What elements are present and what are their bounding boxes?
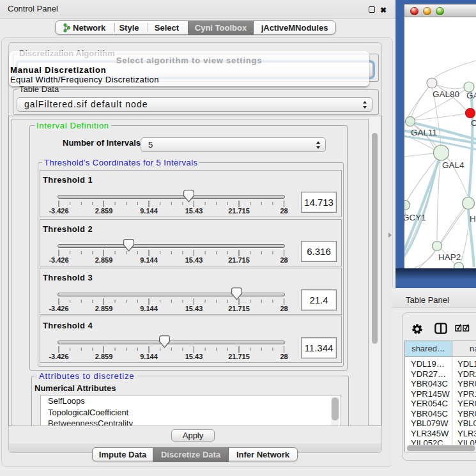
svg-text:GCY1: GCY1 bbox=[404, 213, 426, 222]
svg-text:GAL4: GAL4 bbox=[442, 160, 464, 170]
svg-text:GA: GA bbox=[466, 91, 476, 100]
svg-text:C: C bbox=[471, 118, 476, 128]
svg-text:H: H bbox=[470, 214, 476, 224]
svg-text:HAP2: HAP2 bbox=[438, 252, 461, 262]
svg-text:GAL80: GAL80 bbox=[433, 89, 459, 99]
svg-text:GAL11: GAL11 bbox=[411, 128, 437, 137]
